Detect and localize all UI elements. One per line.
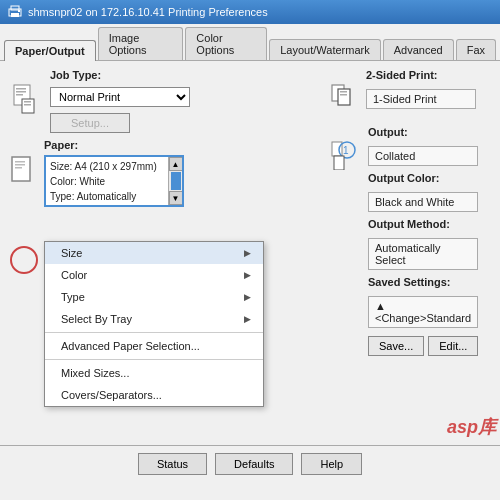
saved-settings-value: ▲ <Change>Standard	[368, 296, 478, 328]
arrow-icon: ▶	[244, 248, 251, 258]
tab-advanced[interactable]: Advanced	[383, 39, 454, 60]
output-label: Output:	[368, 126, 478, 138]
paper-fields: Paper: Size: A4 (210 x 297mm) Color: Whi…	[44, 139, 184, 207]
paper-icon	[10, 155, 38, 191]
two-sided-value: 1-Sided Print	[366, 89, 476, 109]
tab-fax[interactable]: Fax	[456, 39, 496, 60]
paper-label: Paper:	[44, 139, 184, 151]
menu-item-advanced-paper[interactable]: Advanced Paper Selection...	[45, 335, 263, 357]
scroll-down-arrow[interactable]: ▼	[169, 191, 183, 205]
svg-rect-14	[15, 167, 22, 169]
output-icon: 1	[330, 140, 360, 173]
paper-section: Paper: Size: A4 (210 x 297mm) Color: Whi…	[10, 139, 320, 207]
svg-rect-7	[16, 94, 23, 96]
svg-rect-10	[24, 104, 31, 106]
menu-item-select-by-tray[interactable]: Select By Tray ▶	[45, 308, 263, 330]
tab-color-options[interactable]: Color Options	[185, 27, 267, 60]
title-text: shmsnpr02 on 172.16.10.41 Printing Prefe…	[28, 6, 268, 18]
svg-rect-11	[12, 157, 30, 181]
printer-icon	[8, 5, 22, 19]
right-column: 2-Sided Print: 1-Sided Print 1 Output: C…	[330, 69, 490, 473]
menu-item-type[interactable]: Type ▶	[45, 286, 263, 308]
svg-rect-12	[15, 161, 25, 163]
two-sided-icon	[330, 83, 358, 114]
menu-separator-2	[45, 359, 263, 360]
size-highlight-circle	[10, 246, 38, 274]
menu-separator-1	[45, 332, 263, 333]
job-type-label: Job Type:	[50, 69, 190, 81]
help-button[interactable]: Help	[301, 453, 362, 475]
arrow-icon: ▶	[244, 270, 251, 280]
paper-size-line: Size: A4 (210 x 297mm)	[50, 159, 166, 174]
output-color-label: Output Color:	[368, 172, 478, 184]
setup-button[interactable]: Setup...	[50, 113, 130, 133]
save-button[interactable]: Save...	[368, 336, 424, 356]
paper-color-line: Color: White	[50, 174, 166, 189]
svg-rect-3	[18, 10, 20, 12]
svg-rect-6	[16, 91, 26, 93]
output-method-value: Automatically Select	[368, 238, 478, 270]
menu-item-size[interactable]: Size ▶	[45, 242, 263, 264]
arrow-icon: ▶	[244, 292, 251, 302]
job-type-select[interactable]: Normal Print	[50, 87, 190, 107]
output-value: Collated	[368, 146, 478, 166]
svg-rect-18	[340, 94, 347, 96]
output-fields: Output: Collated Output Color: Black and…	[368, 126, 478, 356]
svg-text:1: 1	[343, 145, 349, 156]
defaults-button[interactable]: Defaults	[215, 453, 293, 475]
watermark-logo: asp库	[447, 415, 496, 439]
svg-rect-9	[24, 101, 31, 103]
two-sided-label: 2-Sided Print:	[366, 69, 476, 81]
tab-layout-watermark[interactable]: Layout/Watermark	[269, 39, 380, 60]
bottom-bar: Status Defaults asp库 Help	[0, 445, 500, 481]
job-type-section: Job Type: Normal Print Setup...	[10, 69, 320, 133]
status-button[interactable]: Status	[138, 453, 207, 475]
svg-rect-2	[11, 13, 19, 17]
menu-item-color[interactable]: Color ▶	[45, 264, 263, 286]
arrow-icon: ▶	[244, 314, 251, 324]
main-content: Job Type: Normal Print Setup... Paper:	[0, 61, 500, 481]
job-type-fields: Job Type: Normal Print Setup...	[50, 69, 190, 133]
paper-scrollbar[interactable]: ▲ ▼	[168, 157, 182, 205]
menu-item-mixed-sizes[interactable]: Mixed Sizes...	[45, 362, 263, 384]
svg-rect-5	[16, 88, 26, 90]
saved-settings-label: Saved Settings:	[368, 276, 478, 288]
saved-settings-buttons: Save... Edit...	[368, 336, 478, 356]
svg-rect-17	[340, 91, 347, 93]
tab-image-options[interactable]: Image Options	[98, 27, 184, 60]
paper-textbox[interactable]: Size: A4 (210 x 297mm) Color: White Type…	[44, 155, 184, 207]
svg-rect-22	[334, 156, 344, 170]
two-sided-fields: 2-Sided Print: 1-Sided Print	[366, 69, 476, 109]
svg-rect-13	[15, 164, 25, 166]
tab-paper-output[interactable]: Paper/Output	[4, 40, 96, 61]
scroll-up-arrow[interactable]: ▲	[169, 157, 183, 171]
tab-bar: Paper/Output Image Options Color Options…	[0, 24, 500, 61]
output-section: 1 Output: Collated Output Color: Black a…	[330, 126, 490, 356]
job-type-icon	[10, 83, 42, 115]
edit-button[interactable]: Edit...	[428, 336, 478, 356]
output-method-label: Output Method:	[368, 218, 478, 230]
two-sided-section: 2-Sided Print: 1-Sided Print	[330, 69, 490, 114]
scroll-thumb[interactable]	[171, 172, 181, 190]
dropdown-menu: Size ▶ Color ▶ Type ▶ Select By Tray ▶ A…	[44, 241, 264, 407]
paper-type-line: Type: Automatically Select	[50, 189, 166, 207]
title-bar: shmsnpr02 on 172.16.10.41 Printing Prefe…	[0, 0, 500, 24]
menu-item-covers[interactable]: Covers/Separators...	[45, 384, 263, 406]
output-color-value: Black and White	[368, 192, 478, 212]
